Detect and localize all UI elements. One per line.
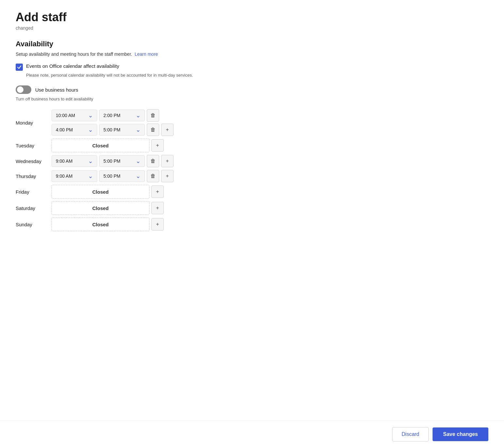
wednesday-label: Wednesday: [16, 158, 52, 164]
toggle-thumb: [17, 86, 23, 93]
plus-icon: +: [156, 189, 159, 195]
business-hours-note: Turn off business hours to edit availabi…: [16, 97, 298, 101]
business-hours-toggle[interactable]: [16, 85, 31, 94]
saturday-label: Saturday: [16, 205, 52, 211]
trash-icon: 🗑: [150, 173, 156, 179]
page-title: Add staff: [16, 10, 298, 24]
saturday-slots: Closed +: [52, 201, 298, 215]
monday-slot-2: 4:00 PM ⌄ 5:00 PM ⌄ 🗑 +: [52, 124, 298, 136]
learn-more-link[interactable]: Learn more: [135, 52, 158, 57]
business-hours-toggle-row: Use business hours: [16, 85, 298, 94]
monday-row: Monday 10:00 AM ⌄ 2:00 PM ⌄ 🗑: [16, 109, 298, 136]
chevron-down-icon: ⌄: [88, 158, 93, 164]
friday-closed-row: Closed +: [52, 185, 298, 199]
chevron-down-icon: ⌄: [136, 112, 141, 118]
sunday-closed-box: Closed: [52, 217, 149, 231]
page-container: Add staff changed Availability Setup ava…: [0, 0, 313, 247]
wednesday-row: Wednesday 9:00 AM ⌄ 5:00 PM ⌄ 🗑 +: [16, 155, 298, 167]
monday-slot2-delete-button[interactable]: 🗑: [147, 124, 159, 136]
monday-slots: 10:00 AM ⌄ 2:00 PM ⌄ 🗑 4:00 PM ⌄: [52, 109, 298, 136]
footer-bar: Discard Save changes: [0, 420, 504, 448]
monday-slot1-start[interactable]: 10:00 AM ⌄: [52, 110, 97, 121]
thursday-add-slot-button[interactable]: +: [161, 170, 174, 182]
wednesday-slot-1: 9:00 AM ⌄ 5:00 PM ⌄ 🗑 +: [52, 155, 298, 167]
calendar-checkbox-label: Events on Office calendar affect availab…: [26, 63, 119, 69]
sunday-label: Sunday: [16, 222, 52, 227]
trash-icon: 🗑: [150, 158, 156, 164]
tuesday-closed-box: Closed: [52, 139, 149, 152]
thursday-label: Thursday: [16, 173, 52, 179]
friday-slots: Closed +: [52, 185, 298, 199]
plus-icon: +: [156, 205, 159, 211]
friday-label: Friday: [16, 189, 52, 195]
tuesday-slots: Closed +: [52, 139, 298, 152]
sunday-slots: Closed +: [52, 217, 298, 231]
wednesday-delete-button[interactable]: 🗑: [147, 155, 159, 167]
thursday-slot1-end[interactable]: 5:00 PM ⌄: [99, 170, 145, 182]
tuesday-row: Tuesday Closed +: [16, 139, 298, 152]
saturday-add-slot-button[interactable]: +: [151, 202, 164, 214]
monday-label: Monday: [16, 120, 52, 126]
saturday-row: Saturday Closed +: [16, 201, 298, 215]
save-changes-button[interactable]: Save changes: [433, 427, 488, 441]
chevron-down-icon: ⌄: [88, 112, 93, 118]
friday-add-slot-button[interactable]: +: [151, 186, 164, 198]
thursday-slot-1: 9:00 AM ⌄ 5:00 PM ⌄ 🗑 +: [52, 170, 298, 182]
friday-closed-box: Closed: [52, 185, 149, 199]
discard-button[interactable]: Discard: [392, 427, 429, 441]
availability-desc: Setup availability and meeting hours for…: [16, 52, 298, 57]
plus-icon: +: [166, 158, 169, 164]
calendar-checkbox-note: Please note, personal calendar availabil…: [26, 73, 298, 78]
sunday-closed-row: Closed +: [52, 217, 298, 231]
trash-icon: 🗑: [150, 112, 156, 118]
thursday-row: Thursday 9:00 AM ⌄ 5:00 PM ⌄ 🗑 +: [16, 170, 298, 182]
changed-label: changed: [16, 25, 298, 31]
monday-slot2-start[interactable]: 4:00 PM ⌄: [52, 124, 97, 136]
chevron-down-icon: ⌄: [136, 127, 141, 133]
tuesday-label: Tuesday: [16, 143, 52, 148]
tuesday-closed-row: Closed +: [52, 139, 298, 152]
wednesday-add-slot-button[interactable]: +: [161, 155, 174, 167]
schedule-table: Monday 10:00 AM ⌄ 2:00 PM ⌄ 🗑: [16, 109, 298, 231]
monday-slot1-delete-button[interactable]: 🗑: [147, 109, 159, 122]
thursday-slot1-start[interactable]: 9:00 AM ⌄: [52, 170, 97, 182]
monday-slot-1: 10:00 AM ⌄ 2:00 PM ⌄ 🗑: [52, 109, 298, 122]
plus-icon: +: [166, 173, 169, 179]
calendar-checkbox-row: Events on Office calendar affect availab…: [16, 63, 298, 71]
wednesday-slots: 9:00 AM ⌄ 5:00 PM ⌄ 🗑 +: [52, 155, 298, 167]
trash-icon: 🗑: [150, 127, 156, 133]
thursday-delete-button[interactable]: 🗑: [147, 170, 159, 182]
plus-icon: +: [156, 221, 159, 227]
monday-add-slot-button[interactable]: +: [161, 124, 174, 136]
plus-icon: +: [156, 142, 159, 148]
chevron-down-icon: ⌄: [136, 173, 141, 179]
sunday-add-slot-button[interactable]: +: [151, 218, 164, 231]
availability-section-title: Availability: [16, 40, 298, 48]
chevron-down-icon: ⌄: [88, 127, 93, 133]
sunday-row: Sunday Closed +: [16, 217, 298, 231]
monday-slot2-end[interactable]: 5:00 PM ⌄: [99, 124, 145, 136]
calendar-checkbox[interactable]: [16, 64, 23, 71]
wednesday-slot1-start[interactable]: 9:00 AM ⌄: [52, 155, 97, 167]
monday-slot1-end[interactable]: 2:00 PM ⌄: [99, 110, 145, 121]
chevron-down-icon: ⌄: [88, 173, 93, 179]
thursday-slots: 9:00 AM ⌄ 5:00 PM ⌄ 🗑 +: [52, 170, 298, 182]
saturday-closed-row: Closed +: [52, 201, 298, 215]
business-hours-label: Use business hours: [35, 87, 78, 93]
plus-icon: +: [166, 127, 169, 133]
chevron-down-icon: ⌄: [136, 158, 141, 164]
friday-row: Friday Closed +: [16, 185, 298, 199]
saturday-closed-box: Closed: [52, 201, 149, 215]
wednesday-slot1-end[interactable]: 5:00 PM ⌄: [99, 155, 145, 167]
tuesday-add-slot-button[interactable]: +: [151, 139, 164, 152]
